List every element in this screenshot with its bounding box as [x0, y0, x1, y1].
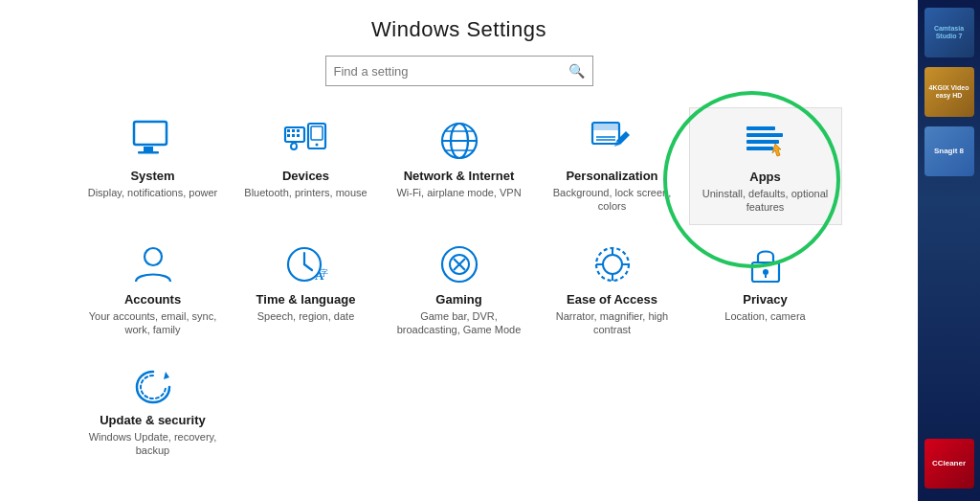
snagit-icon: Snagit 8: [924, 126, 974, 176]
settings-item-time[interactable]: A 字 Time & language Speech, region, date: [230, 231, 383, 347]
page-title: Windows Settings: [371, 17, 546, 42]
privacy-icon: [741, 242, 791, 286]
svg-rect-19: [592, 123, 619, 130]
gaming-icon: [434, 242, 484, 286]
settings-item-gaming[interactable]: Gaming Game bar, DVR, broadcasting, Game…: [383, 231, 536, 347]
time-icon: A 字: [281, 242, 331, 286]
devices-title: Devices: [282, 169, 329, 183]
svg-point-26: [145, 248, 162, 265]
svg-rect-5: [292, 129, 295, 132]
agix-icon: 4KGIX Videoeasy HD: [924, 67, 974, 117]
svg-rect-23: [746, 133, 783, 137]
sidebar-app-agix[interactable]: 4KGIX Videoeasy HD: [922, 64, 977, 120]
settings-item-accounts[interactable]: Accounts Your accounts, email, sync, wor…: [77, 231, 230, 347]
svg-rect-4: [287, 129, 290, 132]
privacy-desc: Location, camera: [724, 309, 805, 323]
accounts-icon: [128, 242, 178, 286]
ease-desc: Narrator, magnifier, high contrast: [544, 309, 681, 337]
update-icon: [128, 363, 178, 407]
personalization-icon: [588, 119, 637, 163]
sidebar-app-ccleaner[interactable]: CCleaner: [922, 436, 977, 491]
devices-desc: Bluetooth, printers, mouse: [244, 186, 367, 199]
ease-title: Ease of Access: [567, 292, 657, 307]
camtasia-icon: CamtasiaStudio 7: [924, 8, 974, 57]
accounts-title: Accounts: [124, 292, 181, 307]
search-input[interactable]: [334, 64, 568, 79]
search-bar[interactable]: 🔍: [325, 56, 593, 86]
system-title: System: [130, 169, 174, 183]
svg-point-37: [603, 255, 622, 274]
sidebar-app-camtasia[interactable]: CamtasiaStudio 7: [922, 5, 977, 60]
gaming-title: Gaming: [435, 292, 481, 307]
system-desc: Display, notifications, power: [88, 186, 218, 199]
taskbar-sidebar: CamtasiaStudio 7 4KGIX Videoeasy HD Snag…: [918, 0, 980, 501]
svg-rect-25: [746, 147, 773, 150]
settings-item-ease[interactable]: Ease of Access Narrator, magnifier, high…: [536, 231, 689, 347]
svg-text:字: 字: [320, 268, 328, 278]
personalization-title: Personalization: [566, 169, 657, 183]
settings-item-system[interactable]: System Display, notifications, power: [77, 107, 230, 225]
network-title: Network & Internet: [404, 169, 515, 183]
apps-desc: Uninstall, defaults, optional features: [698, 187, 834, 215]
update-desc: Windows Update, recovery, backup: [84, 430, 222, 458]
svg-rect-0: [134, 122, 167, 145]
settings-item-personalization[interactable]: Personalization Background, lock screen,…: [536, 107, 689, 225]
search-icon: 🔍: [568, 63, 585, 79]
network-desc: Wi-Fi, airplane mode, VPN: [396, 186, 521, 199]
sidebar-app-snagit[interactable]: Snagit 8: [922, 124, 977, 179]
update-title: Update & security: [100, 413, 206, 427]
gaming-desc: Game bar, DVR, broadcasting, Game Mode: [390, 309, 528, 337]
svg-line-29: [304, 264, 312, 270]
apps-icon: [741, 120, 791, 164]
svg-point-43: [763, 269, 768, 275]
time-title: Time & language: [256, 292, 356, 307]
privacy-title: Privacy: [743, 292, 787, 307]
personalization-desc: Background, lock screen, colors: [544, 186, 681, 214]
svg-rect-2: [138, 151, 159, 154]
svg-rect-24: [746, 140, 779, 144]
svg-rect-7: [287, 134, 290, 137]
svg-rect-22: [746, 126, 775, 130]
svg-rect-11: [311, 126, 323, 140]
svg-point-12: [315, 144, 318, 147]
settings-item-devices[interactable]: Devices Bluetooth, printers, mouse: [230, 107, 383, 225]
apps-title: Apps: [749, 170, 781, 184]
svg-rect-9: [297, 134, 300, 137]
devices-icon: [281, 119, 331, 163]
time-desc: Speech, region, date: [257, 309, 355, 323]
ccleaner-icon: CCleaner: [924, 439, 974, 489]
svg-rect-6: [297, 129, 300, 132]
settings-item-update[interactable]: Update & security Windows Update, recove…: [77, 352, 230, 467]
settings-grid: System Display, notifications, power: [77, 107, 842, 467]
svg-rect-8: [292, 134, 295, 137]
settings-window: Windows Settings 🔍 System Display, notif…: [0, 0, 918, 501]
system-icon: [128, 119, 178, 163]
svg-rect-1: [144, 147, 153, 151]
settings-item-privacy[interactable]: Privacy Location, camera: [689, 231, 842, 347]
network-icon: [434, 119, 484, 163]
settings-item-network[interactable]: Network & Internet Wi-Fi, airplane mode,…: [383, 107, 536, 225]
settings-item-apps[interactable]: Apps Uninstall, defaults, optional featu…: [689, 107, 842, 225]
accounts-desc: Your accounts, email, sync, work, family: [84, 309, 222, 337]
ease-icon: [588, 242, 637, 286]
